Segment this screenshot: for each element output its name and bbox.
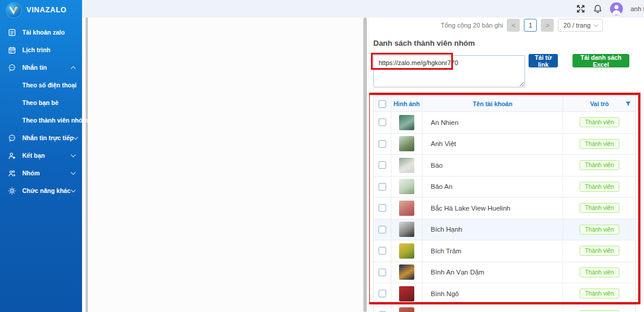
chevron-down-icon (71, 187, 76, 192)
sidebar-item-label: Kết bạn (22, 152, 45, 159)
row-avatar-cell (391, 177, 422, 198)
table-row[interactable]: Bích Trâm Thành viên (374, 240, 635, 262)
table-row[interactable]: Thành viên (374, 305, 635, 312)
table-row[interactable]: Bích Hạnh Thành viên (374, 219, 635, 241)
member-role-badge: Thành viên (580, 289, 619, 299)
table-row[interactable]: Bảo An Thành viên (374, 177, 635, 198)
sidebar-item-chuc-nang-khac[interactable]: Chức năng khác (0, 182, 82, 199)
prev-page-button[interactable]: < (507, 19, 520, 32)
row-name-cell: Bình An Vạn Dặm (422, 262, 563, 283)
member-avatar-image (399, 201, 414, 216)
header-image: Hình ảnh (391, 96, 422, 111)
username-label[interactable]: anh tua (631, 5, 644, 12)
member-name: Bắc Hà Lake View Huelinh (431, 205, 510, 212)
row-checkbox[interactable] (379, 226, 386, 233)
chevron-down-icon (71, 169, 76, 174)
sidebar-item-tai-khoan-zalo[interactable]: Tài khoản zalo (0, 23, 82, 41)
page-title: Danh sách thành viên nhóm (373, 39, 475, 48)
row-name-cell: Bắc Hà Lake View Huelinh (422, 198, 563, 219)
header-checkbox-cell (374, 96, 391, 111)
row-role-cell: Thành viên (563, 240, 636, 262)
table-row[interactable]: Bình An Vạn Dặm Thành viên (374, 262, 635, 284)
row-name-cell: Bích Trâm (422, 240, 563, 262)
next-page-button[interactable]: > (541, 19, 554, 32)
fullscreen-icon[interactable] (576, 4, 585, 13)
member-name: Anh Việt (431, 140, 456, 147)
chevron-down-icon (594, 22, 598, 26)
users-icon (8, 169, 17, 177)
table-row[interactable]: Báo Thành viên (374, 155, 635, 177)
list-icon (8, 28, 17, 36)
sidebar-item-theo-so-ien-thoai[interactable]: Theo số điện thoại (0, 76, 82, 94)
header-role-label: Vai trò (590, 100, 609, 107)
table-row[interactable]: An Nhien Thành viên (374, 112, 635, 134)
member-avatar-image (399, 243, 414, 259)
sidebar-item-nhom[interactable]: Nhóm (0, 164, 82, 182)
row-name-cell: Báo (422, 155, 563, 176)
group-members-panel: Tổng cộng 20 bản ghi < 1 > 20 / trang Da… (369, 18, 644, 312)
vinazalo-v-logo (6, 3, 21, 18)
header-role: Vai trò (563, 96, 636, 111)
sidebar-item-label: Chức năng khác (22, 187, 70, 194)
member-role-badge: Thành viên (580, 117, 619, 127)
row-checkbox[interactable] (379, 247, 386, 255)
header-actions: anh tua (576, 0, 644, 18)
sidebar-item-nhan-tin[interactable]: Nhắn tin (0, 59, 82, 76)
page-size-select[interactable]: 20 / trang (558, 19, 602, 32)
sidebar-item-label: Lịch trình (22, 46, 50, 53)
sidebar: VINAZALO Tài khoản zalo Lịch trình Nhắn … (0, 0, 82, 312)
left-scrollbar[interactable] (86, 18, 88, 312)
group-link-input[interactable]: https://zalo.me/g/hgkonr770 (373, 55, 525, 87)
sidebar-item-label: Tài khoản zalo (22, 29, 64, 36)
member-name: Bình Ngô (431, 290, 459, 297)
row-checkbox-cell (374, 283, 391, 304)
sidebar-item-label: Theo bạn bè (22, 99, 59, 106)
member-avatar-image (399, 136, 414, 151)
load-from-link-button[interactable]: Tải từ link (529, 54, 558, 67)
sidebar-item-ket-ban[interactable]: Kết bạn (0, 147, 82, 164)
table-row[interactable]: Bắc Hà Lake View Huelinh Thành viên (374, 198, 635, 219)
member-role-badge: Thành viên (580, 160, 619, 170)
middle-scrollbar[interactable] (363, 18, 367, 312)
row-avatar-cell (391, 305, 422, 312)
sidebar-item-theo-ban-be[interactable]: Theo bạn bè (0, 94, 82, 111)
member-avatar-image (399, 264, 414, 280)
row-checkbox-cell (374, 305, 391, 312)
sidebar-item-label: Theo số điện thoại (22, 82, 77, 89)
member-role-badge: Thành viên (580, 139, 619, 149)
left-content-area (82, 18, 369, 312)
row-checkbox-cell (374, 198, 391, 219)
table-row[interactable]: Bình Ngô Thành viên (374, 283, 635, 305)
row-checkbox[interactable] (379, 269, 386, 276)
top-header-bar: anh tua (82, 0, 644, 18)
table-row[interactable]: Anh Việt Thành viên (374, 134, 635, 155)
filter-funnel-icon[interactable] (625, 101, 631, 107)
row-name-cell: Bích Hạnh (422, 219, 563, 240)
row-name-cell: Anh Việt (422, 134, 563, 155)
bell-icon[interactable] (593, 4, 602, 14)
member-role-badge: Thành viên (580, 267, 619, 277)
row-checkbox-cell (374, 240, 391, 262)
download-excel-button[interactable]: Tải danh sách Excel (573, 54, 629, 67)
row-checkbox[interactable] (379, 118, 386, 126)
row-checkbox[interactable] (379, 290, 386, 297)
logo-row[interactable]: VINAZALO (0, 0, 82, 20)
row-avatar-cell (391, 198, 422, 219)
sidebar-menu: Tài khoản zalo Lịch trình Nhắn tin Theo … (0, 20, 82, 199)
row-checkbox-cell (374, 134, 391, 155)
user-avatar[interactable] (610, 2, 623, 15)
row-checkbox[interactable] (379, 204, 386, 212)
sidebar-item-nhan-tin-truc-tiep[interactable]: Nhắn tin trực tiếp (0, 129, 82, 147)
member-avatar-image (399, 115, 414, 130)
sidebar-item-theo-thanh-vien-nhom[interactable]: Theo thành viên nhóm (0, 111, 82, 129)
select-all-checkbox[interactable] (379, 100, 386, 108)
sidebar-item-label: Nhắn tin trực tiếp (22, 134, 74, 141)
member-name: Báo (431, 162, 442, 169)
member-name: Bình An Vạn Dặm (431, 269, 484, 276)
row-checkbox[interactable] (379, 183, 386, 191)
row-checkbox[interactable] (379, 140, 386, 148)
member-name: An Nhien (431, 119, 458, 126)
current-page-button[interactable]: 1 (524, 19, 537, 32)
sidebar-item-lich-trinh[interactable]: Lịch trình (0, 41, 82, 59)
row-checkbox[interactable] (379, 161, 386, 169)
